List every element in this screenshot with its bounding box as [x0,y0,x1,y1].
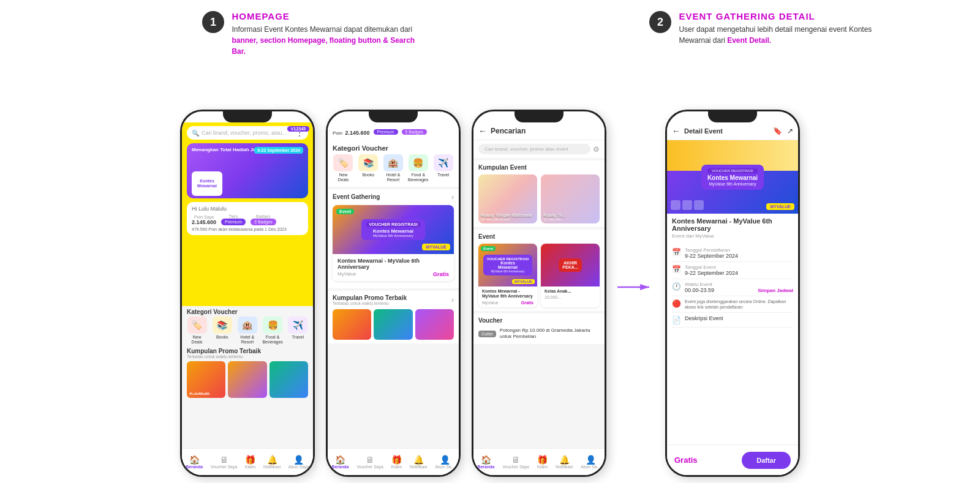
ph3-event-row: Event VOUCHER REGISTRASI KontesMewarnai … [478,244,600,307]
ph3-searchbar: Cari brand, voucher, promo atau event ⚙ [473,140,605,158]
ph4-time-content: Waktu Event 00.00-23.59 Simpan Jadwal [685,282,793,293]
ph2-home-icon: 🏠 [335,455,345,465]
nav-beranda-label: Beranda [186,465,203,469]
ph2-nav-beranda-label: Beranda [331,465,349,469]
phone-3-notch [514,111,564,122]
kontes-logo-small: Kontes Mewarnai [192,171,222,196]
ph2-event-footer: MyValue Gratis [337,271,449,277]
step-2-block: 2 EVENT GATHERING DETAIL User dapat meng… [649,11,875,46]
ph3-event-name-2: Kelas Anak... [545,289,596,294]
ph3-myvalue-btn-1: MYVALUE [512,279,535,284]
ph3-nav-notif[interactable]: 🔔 Notifikasi [556,451,573,473]
ph2-promo-img-2[interactable] [374,309,412,340]
ph3-kontes-title-1: KontesMewarnai [487,261,529,269]
ph4-bookmark-icon[interactable]: 🔖 [773,127,782,135]
cat-travel[interactable]: ✈️ Travel [288,316,308,345]
ph3-event-card-1[interactable]: Event VOUCHER REGISTRASI KontesMewarnai … [478,244,537,307]
ph4-detail-online: 🔴 Event juga diselenggarakan secara Onli… [672,296,793,313]
ph3-event-card-2[interactable]: AKHIRPEKA... Kelas Anak... 10.000... [541,244,600,307]
ph2-promo-img-1[interactable] [333,309,371,340]
ph3-nav-akun[interactable]: 👤 Akun Sa... [581,451,600,473]
ph4-detail-event-date: 📅 Tanggal Event 9-22 September 2024 [672,262,793,279]
ph4-reg-date-content: Tanggal Pendaftaran 9-22 September 2024 [685,247,738,259]
ph2-cat-new[interactable]: 🏷️ NewDeals [333,154,354,183]
ph4-back-icon[interactable]: ← [672,126,680,136]
ph2-event-card[interactable]: Event VOUCHER REGISTRASI Kontes Mewarnai… [333,205,454,281]
step-2-desc-plain: User dapat mengetahui lebih detail menge… [679,25,872,45]
ph4-banner-sub: MyValue 6th Anniversary [707,182,758,186]
ph1-nav-voucher[interactable]: 🖥 Voucher Saya [211,451,238,473]
ph1-user-section: Hi Lulu Malulu V12345 Poin Saya 2.145.60… [187,202,308,235]
ph3-event-info-1: Kontes Mewarnai - MyValue 6th Anniversar… [478,286,537,307]
ph3-nav-beranda[interactable]: 🏠 Beranda [477,451,494,473]
ph3-search-input[interactable]: Cari brand, voucher, promo atau event [478,144,590,154]
ph2-nav-voucher[interactable]: 🖥 Voucher Saya [356,451,383,473]
ph4-price: Gratis [674,455,698,465]
ph1-nav-klaim[interactable]: 🎁 Klaim [245,451,256,473]
cat-books[interactable]: 📚 Books [212,316,232,345]
phone-4-screen: ← Detail Event 🔖 ↗ VOUCHER REGISTRASI Ko… [667,122,798,475]
ph2-cat-travel[interactable]: ✈️ Travel [432,154,454,183]
nav-notif-label: Notifikasi [263,465,281,469]
ph3-bottom-nav: 🏠 Beranda 🖥 Voucher Saya 🎁 Klaim 🔔 Notif… [473,448,605,475]
notif-icon: 🔔 [267,455,277,465]
ph1-banner[interactable]: Menangkan Total Hadiah Jutaan Rupiah Kon… [187,143,308,198]
phone-3-screen: ← Pencarian Cari brand, voucher, promo a… [473,122,605,475]
ph2-section-arrow[interactable]: › [451,193,454,201]
ph2-cat-food[interactable]: 🍔 Food &Beverages [407,154,429,183]
ph2-nav-beranda[interactable]: 🏠 Beranda [331,451,349,473]
ph3-event-img-2: AKHIRPEKA... [541,244,600,286]
ph1-nav-notif[interactable]: 🔔 Notifikasi [263,451,281,473]
ph2-promo-img-3[interactable] [415,309,454,340]
ph3-kontes-sub-1: MyValue 6th Anniversary [487,269,529,273]
ph2-nav-klaim[interactable]: 🎁 Klaim [391,451,402,473]
ph3-voucher-icon: 🖥 [511,455,520,465]
cat-hotel-icon: 🏨 [238,316,257,334]
ph1-nav-beranda[interactable]: 🏠 Beranda [186,451,203,473]
ph1-nav-akun[interactable]: 👤 Akun Saya [288,451,309,473]
ph1-promo-img-1[interactable]: #LuluMudik [187,361,225,398]
ph3-nav-klaim[interactable]: 🎁 Klaim [537,451,548,473]
ph4-reg-date-val: 9-22 September 2024 [685,253,738,259]
ph2-cat-books[interactable]: 📚 Books [358,154,379,183]
ph4-share-icon[interactable]: ↗ [787,127,793,135]
cat-new-deals[interactable]: 🏷️ NewDeals [187,316,207,345]
cat-books-icon: 📚 [213,316,232,334]
ph3-kontes-badge-1: VOUCHER REGISTRASI KontesMewarnai MyValu… [483,255,532,275]
ph4-daftar-button[interactable]: Daftar [742,452,791,469]
arrow-connector [617,281,654,293]
ph4-event-date-val: 9-22 September 2024 [685,270,738,276]
ph3-thumb-2[interactable]: Ruang Te... 12 Vouche... [541,174,600,223]
ph3-voucher-text: Potongan Rp 10.000 di Gramedia Jakarta u… [500,328,600,340]
ph3-nav-voucher[interactable]: 🖥 Voucher Saya [502,451,529,473]
ph2-cat-hotel[interactable]: 🏨 Hotel &Resort [383,154,404,183]
ph4-reg-date-label: Tanggal Pendaftaran [685,247,738,253]
ph2-promo-section: Kumpulan Promo Terbaik Terbatas untuk wa… [328,291,459,343]
ph1-promo-img-2[interactable] [228,361,266,398]
step-2-desc: User dapat mengetahui lebih detail menge… [679,24,875,46]
ph2-nav-notif[interactable]: 🔔 Notifikasi [410,451,427,473]
ph3-thumb-1[interactable]: Ruang Tengah #Bersama 12 Voucher Event [478,174,537,223]
ph3-thumb-2-label: Ruang Te... [543,213,566,217]
ph3-filter-icon[interactable]: ⚙ [593,145,600,154]
ph2-event-tag: Event [336,209,354,214]
search-icon: 🔍 [192,130,199,137]
ph3-home-icon: 🏠 [481,455,491,465]
phone-4-notch [708,111,757,122]
ph3-thumb-1-info: Ruang Tengah #Bersama 12 Voucher Event [481,213,532,221]
ph2-promo-arrow[interactable]: › [451,296,454,304]
ph3-back-icon[interactable]: ← [478,126,487,136]
ph2-promo-imgs [333,309,454,340]
ph3-kumpulan-row: Ruang Tengah #Bersama 12 Voucher Event R… [478,174,600,223]
home-icon: 🏠 [189,455,200,465]
ph3-notif-icon: 🔔 [559,455,570,465]
cat-hotel[interactable]: 🏨 Hotel &Resort [237,316,257,345]
ph4-header-title: Detail Event [684,127,769,135]
ph1-promo-img-3[interactable] [270,361,308,398]
ph2-category-row: 🏷️ NewDeals 📚 Books 🏨 Hotel &Resort 🍔 Fo… [328,154,459,187]
ph2-nav-akun[interactable]: 👤 Akun Sa... [435,451,454,473]
cat-food[interactable]: 🍔 Food &Beverages [262,316,282,345]
phone-2-event-gathering: Poin 2.145.600 Premium 5 Badges Kategori… [326,110,461,477]
ph1-badges-stat: Badges 3 Badges [251,214,276,225]
ph4-simpan-jadwal-link[interactable]: Simpan Jadwal [758,288,793,293]
